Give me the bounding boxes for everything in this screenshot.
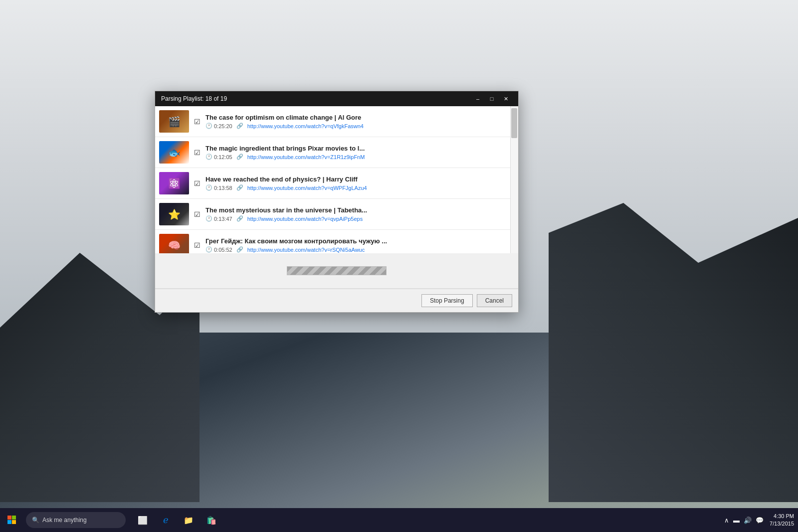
item-url[interactable]: http://www.youtube.com/watch?v=qvpAiPp5e… bbox=[247, 216, 363, 222]
playlist-item: ⭐ ☑ The most mysterious star in the univ… bbox=[155, 199, 518, 230]
item-title: The case for optimism on climate change … bbox=[205, 114, 506, 121]
mountain-right bbox=[549, 203, 798, 502]
item-title: The most mysterious star in the universe… bbox=[205, 206, 506, 214]
thumb-image: 🎬 bbox=[159, 110, 189, 133]
taskbar: 🔍 Ask me anything ⬜ ℯ 📁 🛍️ ∧ ▬ 🔊 💬 4:30 … bbox=[0, 508, 798, 532]
stop-parsing-button[interactable]: Stop Parsing bbox=[421, 294, 473, 307]
playlist-scroll-area[interactable]: 🎬 ☑ The case for optimism on climate cha… bbox=[155, 106, 518, 253]
close-button[interactable]: ✕ bbox=[499, 94, 512, 104]
item-thumbnail: 🐟 bbox=[159, 141, 189, 164]
link-icon: 🔗 bbox=[236, 154, 243, 160]
item-info: The most mysterious star in the universe… bbox=[205, 206, 506, 222]
item-thumbnail: ⚛️ bbox=[159, 172, 189, 194]
task-view-button[interactable]: ⬜ bbox=[132, 508, 154, 532]
taskbar-right: ∧ ▬ 🔊 💬 4:30 PM 7/13/2015 bbox=[720, 513, 798, 528]
link-icon: 🔗 bbox=[236, 215, 243, 222]
folder-icon: 📁 bbox=[184, 516, 194, 525]
item-url[interactable]: http://www.youtube.com/watch?v=qWPFJgLAz… bbox=[247, 185, 367, 191]
clock-icon: 🕐 bbox=[205, 184, 212, 191]
notification-icon[interactable]: 💬 bbox=[756, 517, 764, 524]
chevron-up-icon[interactable]: ∧ bbox=[724, 517, 729, 524]
item-checkbox[interactable]: ☑ bbox=[194, 241, 200, 249]
edge-icon: ℯ bbox=[163, 515, 169, 526]
thumb-image: 🧠 bbox=[159, 234, 189, 253]
playlist-item: 🎬 ☑ The case for optimism on climate cha… bbox=[155, 106, 518, 137]
item-duration: 🕐 0:13:58 bbox=[205, 184, 232, 191]
system-tray: ∧ ▬ 🔊 💬 bbox=[720, 517, 768, 524]
item-duration: 🕐 0:13:47 bbox=[205, 215, 232, 222]
parsing-playlist-dialog: Parsing Playlist: 18 of 19 – □ ✕ 🎬 ☑ The… bbox=[155, 91, 519, 313]
item-meta: 🕐 0:12:05 🔗 http://www.youtube.com/watch… bbox=[205, 154, 506, 160]
item-thumbnail: ⭐ bbox=[159, 203, 189, 225]
windows-store-button[interactable]: 🛍️ bbox=[200, 508, 222, 532]
window-controls: – □ ✕ bbox=[471, 94, 512, 104]
progress-bar-fill bbox=[287, 267, 386, 275]
clock-date: 7/13/2015 bbox=[770, 520, 794, 528]
item-info: Грег Гейдж: Как своим мозгом контролиров… bbox=[205, 237, 506, 253]
item-duration: 🕐 0:05:52 bbox=[205, 246, 232, 253]
scrollbar-track[interactable] bbox=[510, 106, 518, 253]
thumb-image: ⚛️ bbox=[159, 172, 189, 194]
item-checkbox[interactable]: ☑ bbox=[194, 179, 200, 187]
svg-rect-2 bbox=[7, 520, 11, 524]
playlist-item: 🐟 ☑ The magic ingredient that brings Pix… bbox=[155, 137, 518, 168]
clock-time: 4:30 PM bbox=[770, 513, 794, 520]
item-thumbnail: 🎬 bbox=[159, 110, 189, 133]
clock-icon: 🕐 bbox=[205, 215, 212, 222]
item-meta: 🕐 0:13:47 🔗 http://www.youtube.com/watch… bbox=[205, 215, 506, 222]
svg-rect-0 bbox=[7, 516, 11, 520]
item-url[interactable]: http://www.youtube.com/watch?v=rSQNi5aAw… bbox=[247, 247, 365, 253]
clock-icon: 🕐 bbox=[205, 154, 212, 160]
item-duration: 🕐 0:25:20 bbox=[205, 123, 232, 129]
item-checkbox[interactable]: ☑ bbox=[194, 210, 200, 218]
item-meta: 🕐 0:25:20 🔗 http://www.youtube.com/watch… bbox=[205, 123, 506, 129]
taskbar-icons: ⬜ ℯ 📁 🛍️ bbox=[132, 508, 222, 532]
progress-area bbox=[155, 253, 518, 288]
maximize-button[interactable]: □ bbox=[485, 94, 498, 104]
thumb-image: 🐟 bbox=[159, 141, 189, 164]
link-icon: 🔗 bbox=[236, 246, 243, 253]
speaker-icon[interactable]: 🔊 bbox=[744, 517, 752, 524]
store-icon: 🛍️ bbox=[206, 516, 216, 525]
thumb-image: ⭐ bbox=[159, 203, 189, 225]
taskbar-clock[interactable]: 4:30 PM 7/13/2015 bbox=[770, 513, 794, 528]
windows-icon bbox=[7, 516, 16, 525]
item-meta: 🕐 0:13:58 🔗 http://www.youtube.com/watch… bbox=[205, 184, 506, 191]
minimize-button[interactable]: – bbox=[471, 94, 484, 104]
search-icon: 🔍 bbox=[32, 517, 39, 524]
dialog-footer: Stop Parsing Cancel bbox=[155, 289, 518, 312]
progress-bar bbox=[287, 266, 387, 275]
item-meta: 🕐 0:05:52 🔗 http://www.youtube.com/watch… bbox=[205, 246, 506, 253]
dialog-title: Parsing Playlist: 18 of 19 bbox=[161, 95, 471, 102]
link-icon: 🔗 bbox=[236, 123, 243, 129]
item-url[interactable]: http://www.youtube.com/watch?v=Z1R1z9ipF… bbox=[247, 154, 365, 160]
cancel-button[interactable]: Cancel bbox=[477, 294, 512, 307]
dialog-titlebar: Parsing Playlist: 18 of 19 – □ ✕ bbox=[155, 91, 518, 106]
clock-icon: 🕐 bbox=[205, 123, 212, 129]
item-info: The case for optimism on climate change … bbox=[205, 114, 506, 129]
item-title: The magic ingredient that brings Pixar m… bbox=[205, 145, 506, 152]
item-thumbnail: 🧠 bbox=[159, 234, 189, 253]
item-url[interactable]: http://www.youtube.com/watch?v=qVfgkFasw… bbox=[247, 123, 364, 129]
file-explorer-button[interactable]: 📁 bbox=[178, 508, 200, 532]
item-title: Грег Гейдж: Как своим мозгом контролиров… bbox=[205, 237, 506, 245]
item-checkbox[interactable]: ☑ bbox=[194, 149, 200, 157]
item-checkbox[interactable]: ☑ bbox=[194, 118, 200, 126]
playlist-item: ⚛️ ☑ Have we reached the end of physics?… bbox=[155, 168, 518, 199]
svg-rect-3 bbox=[12, 520, 16, 524]
item-title: Have we reached the end of physics? | Ha… bbox=[205, 176, 506, 183]
edge-browser-button[interactable]: ℯ bbox=[155, 508, 177, 532]
start-button[interactable] bbox=[0, 508, 24, 532]
search-text: Ask me anything bbox=[42, 517, 87, 524]
scrollbar-thumb[interactable] bbox=[511, 108, 517, 138]
item-duration: 🕐 0:12:05 bbox=[205, 154, 232, 160]
taskbar-search[interactable]: 🔍 Ask me anything bbox=[26, 512, 126, 528]
item-info: Have we reached the end of physics? | Ha… bbox=[205, 176, 506, 191]
link-icon: 🔗 bbox=[236, 184, 243, 191]
playlist-item: 🧠 ☑ Грег Гейдж: Как своим мозгом контрол… bbox=[155, 230, 518, 253]
task-view-icon: ⬜ bbox=[138, 516, 148, 525]
network-icon[interactable]: ▬ bbox=[733, 517, 740, 524]
dialog-content: 🎬 ☑ The case for optimism on climate cha… bbox=[155, 106, 518, 253]
clock-icon: 🕐 bbox=[205, 246, 212, 253]
item-info: The magic ingredient that brings Pixar m… bbox=[205, 145, 506, 160]
